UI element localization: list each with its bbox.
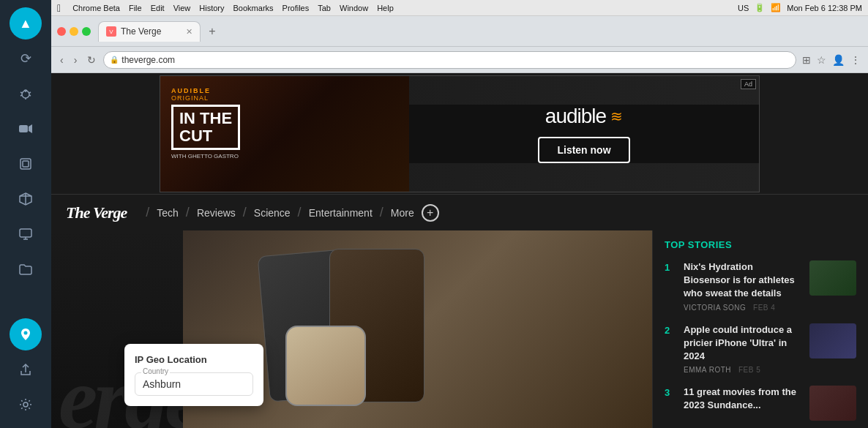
sidebar-btn-video[interactable] (10, 113, 42, 145)
minimize-window-btn[interactable] (70, 27, 78, 36)
menu-tab[interactable]: Tab (318, 4, 331, 12)
sidebar-btn-location[interactable] (10, 318, 42, 350)
sidebar-btn-settings[interactable] (10, 388, 42, 421)
bookmark-btn[interactable]: ☆ (815, 53, 828, 67)
story-num-3: 3 (665, 387, 676, 398)
svg-rect-10 (23, 161, 29, 167)
story-author-1: VICTORIA SONG (684, 304, 746, 312)
svg-line-2 (20, 92, 22, 93)
close-window-btn[interactable] (57, 27, 66, 36)
story-title-1[interactable]: Nix's Hydration Biosensor is for athlete… (684, 260, 802, 301)
ad-left-panel: audible ORIGINAL IN THE CUT WITH GHETTO … (160, 76, 409, 192)
menu-profiles[interactable]: Profiles (283, 4, 310, 12)
story-author-2: EMMA ROTH (684, 366, 731, 374)
verge-nav: The Verge / Tech / Reviews / Science / E… (51, 194, 868, 230)
ad-banner: audible ORIGINAL IN THE CUT WITH GHETTO … (51, 73, 868, 194)
back-btn[interactable]: ‹ (57, 53, 67, 67)
story-content-3: 11 great movies from the 2023 Sundance..… (684, 386, 802, 415)
audible-wifi-icon: ≋ (610, 108, 623, 125)
fullscreen-window-btn[interactable] (82, 27, 91, 36)
geo-country-field[interactable]: Country Ashburn (135, 372, 253, 396)
menu-history[interactable]: History (199, 4, 224, 12)
sidebar-btn-sync[interactable]: ⟳ (10, 42, 42, 75)
nav-link-entertainment[interactable]: Entertainment (309, 207, 373, 219)
story-item-2: 2 Apple could introduce a pricier iPhone… (665, 323, 856, 375)
nav-sep-2: / (186, 205, 190, 220)
nav-more-label: More (391, 207, 414, 219)
verge-logo: The Verge (66, 203, 127, 222)
nav-link-science[interactable]: Science (254, 207, 291, 219)
ad-audible-label: audible (171, 87, 240, 94)
story-date-1: FEB 4 (753, 304, 775, 312)
address-text: theverge.com (121, 55, 175, 65)
macos-menubar:  Chrome Beta File Edit View History Boo… (51, 0, 868, 16)
menu-help[interactable]: Help (377, 4, 394, 12)
nav-link-tech[interactable]: Tech (157, 207, 179, 219)
sidebar-btn-monitor[interactable] (10, 218, 42, 250)
nav-sep-1: / (146, 205, 149, 220)
menu-file[interactable]: File (129, 4, 142, 12)
menu-bookmarks[interactable]: Bookmarks (233, 4, 274, 12)
menu-window[interactable]: Window (340, 4, 368, 12)
story-content-2: Apple could introduce a pricier iPhone '… (684, 323, 802, 375)
ad-text-block: audible ORIGINAL IN THE CUT WITH GHETTO … (171, 87, 240, 159)
device-wearable (285, 326, 366, 406)
story-content-1: Nix's Hydration Biosensor is for athlete… (684, 260, 802, 312)
nav-sep-5: / (380, 205, 384, 220)
listen-now-btn[interactable]: Listen now (538, 137, 629, 163)
sidebar-btn-box[interactable] (10, 183, 42, 215)
new-tab-btn[interactable]: + (203, 23, 221, 40)
ad-inner: audible ORIGINAL IN THE CUT WITH GHETTO … (160, 75, 760, 192)
nav-sep-3: / (243, 205, 247, 220)
browser-area:  Chrome Beta File Edit View History Boo… (51, 0, 868, 428)
battery-icon: 🔋 (755, 3, 765, 12)
sidebar-btn-folder[interactable] (10, 253, 42, 285)
audible-brand-text: audible (545, 105, 606, 128)
story-meta-2: EMMA ROTH FEB 5 (684, 366, 802, 374)
menu-edit[interactable]: Edit (151, 4, 165, 12)
geo-popup: IP Geo Location Country Ashburn (124, 344, 263, 406)
story-item-1: 1 Nix's Hydration Biosensor is for athle… (665, 260, 856, 312)
nav-more-btn[interactable]: More + (391, 204, 439, 222)
browser-tab[interactable]: V The Verge ✕ (98, 21, 201, 42)
svg-point-14 (24, 331, 28, 335)
svg-rect-7 (19, 125, 28, 132)
ad-badge: Ad (741, 79, 756, 89)
ad-subtitle: WITH GHETTO GASTRO (171, 153, 240, 159)
ad-right-panel: audible ≋ Listen now (409, 105, 759, 163)
nav-bar: ‹ › ↻ 🔒 theverge.com ⊞ ☆ 👤 ⋮ (51, 47, 868, 73)
story-title-2[interactable]: Apple could introduce a pricier iPhone '… (684, 323, 802, 364)
address-bar[interactable]: 🔒 theverge.com (103, 51, 796, 69)
menu-view[interactable]: View (173, 4, 191, 12)
top-stories-title: Top Stories (665, 239, 856, 250)
hero-area: erge IP Geo Location Country Ashburn (51, 230, 652, 428)
nav-plus-icon: + (422, 204, 439, 222)
nav-actions: ⊞ ☆ 👤 ⋮ (801, 53, 862, 67)
nav-link-reviews[interactable]: Reviews (197, 207, 236, 219)
geo-field-label: Country (141, 367, 170, 375)
story-title-3[interactable]: 11 great movies from the 2023 Sundance..… (684, 386, 802, 412)
forward-btn[interactable]: › (71, 53, 81, 67)
svg-marker-8 (29, 124, 32, 133)
profile-btn[interactable]: 👤 (831, 53, 846, 67)
menu-chrome-beta[interactable]: Chrome Beta (72, 4, 120, 12)
page-content: audible ORIGINAL IN THE CUT WITH GHETTO … (51, 73, 868, 428)
apple-menu[interactable]:  (57, 2, 61, 14)
sidebar-btn-bug[interactable] (10, 78, 42, 110)
geo-field-value: Ashburn (143, 378, 181, 390)
tab-close-btn[interactable]: ✕ (186, 27, 192, 37)
extensions-btn[interactable]: ⊞ (801, 53, 812, 67)
sidebar-btn-up[interactable]: ▲ (10, 7, 42, 40)
reload-btn[interactable]: ↻ (84, 53, 99, 67)
menu-btn[interactable]: ⋮ (849, 53, 862, 67)
sidebar-btn-layers[interactable] (10, 148, 42, 180)
story-thumb-2 (809, 323, 856, 358)
svg-line-4 (29, 92, 31, 93)
sidebar-btn-share[interactable] (10, 353, 42, 386)
svg-line-5 (29, 95, 31, 96)
menu-bar-right: US 🔋 📶 Mon Feb 6 12:38 PM (738, 3, 862, 12)
audible-logo: audible ≋ (545, 105, 623, 128)
device-stack (227, 238, 637, 421)
story-thumb-1 (809, 260, 856, 296)
geo-popup-title: IP Geo Location (135, 354, 253, 365)
